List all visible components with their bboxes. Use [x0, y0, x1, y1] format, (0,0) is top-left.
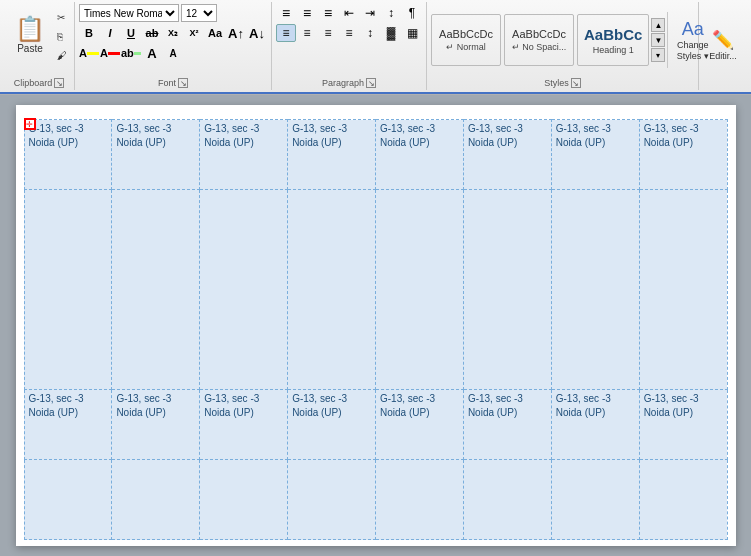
align-left-button[interactable]: ≡ [276, 24, 296, 42]
style-nospace-preview: AaBbCcDc [512, 28, 566, 40]
numbering-button[interactable]: ≡ [297, 4, 317, 22]
table-cell: G-13, sec -3Noida (UP) [376, 390, 464, 460]
table-cell [376, 190, 464, 390]
cell-text: G-13, sec -3Noida (UP) [468, 122, 547, 150]
style-heading1-preview: AaBbCc [584, 26, 642, 43]
table-cell [551, 460, 639, 540]
table-cell: G-13, sec -3Noida (UP) [200, 120, 288, 190]
line-spacing-button[interactable]: ↕ [360, 24, 380, 42]
table-cell [639, 190, 727, 390]
cell-text: G-13, sec -3Noida (UP) [380, 392, 459, 420]
cell-text: G-13, sec -3Noida (UP) [29, 392, 108, 420]
table-cell: G-13, sec -3Noida (UP) [376, 120, 464, 190]
font-size-bigger[interactable]: A [142, 44, 162, 62]
format-painter-button[interactable]: 🖌 [54, 46, 70, 64]
bullets-button[interactable]: ≡ [276, 4, 296, 22]
style-nospace-label: ↵ No Spaci... [512, 42, 567, 52]
justify-button[interactable]: ≡ [339, 24, 359, 42]
table-cell: G-13, sec -3Noida (UP) [112, 390, 200, 460]
shading-button[interactable]: ab [121, 44, 141, 62]
font-color-button[interactable]: A [100, 44, 120, 62]
font-label: Font [158, 78, 176, 88]
style-normal-preview: AaBbCcDc [439, 28, 493, 40]
table-cell [463, 460, 551, 540]
paste-label: Paste [17, 43, 43, 54]
paragraph-group: ≡ ≡ ≡ ⇤ ⇥ ↕ ¶ ≡ ≡ ≡ ≡ ↕ ▓ [272, 2, 427, 90]
styles-scroll-up[interactable]: ▲ [651, 18, 665, 32]
copy-button[interactable]: ⎘ [54, 27, 70, 45]
table-cell [24, 190, 112, 390]
table-row [24, 190, 727, 390]
table-select-icon[interactable]: ✛ [24, 118, 36, 130]
bold-button[interactable]: B [79, 24, 99, 42]
text-highlight-button[interactable]: A [79, 44, 99, 62]
cell-text: G-13, sec -3Noida (UP) [116, 122, 195, 150]
style-normal-label: ↵ Normal [446, 42, 486, 52]
cell-text: G-13, sec -3Noida (UP) [29, 122, 108, 150]
shrink-font-button[interactable]: A↓ [247, 24, 267, 42]
editing-button[interactable]: ✏️ Editir... [703, 17, 743, 73]
italic-button[interactable]: I [100, 24, 120, 42]
paragraph-expand-icon[interactable]: ↘ [366, 78, 376, 88]
clear-format-button[interactable]: Aa [205, 24, 225, 42]
styles-more[interactable]: ▾ [651, 48, 665, 62]
multilevel-button[interactable]: ≡ [318, 4, 338, 22]
style-heading1-button[interactable]: AaBbCc Heading 1 [577, 14, 649, 66]
table-cell [288, 190, 376, 390]
borders-button[interactable]: ▦ [402, 24, 422, 42]
font-expand-icon[interactable]: ↘ [178, 78, 188, 88]
font-size-select[interactable]: 12 [181, 4, 217, 22]
underline-button[interactable]: U [121, 24, 141, 42]
style-normal-button[interactable]: AaBbCcDc ↵ Normal [431, 14, 501, 66]
increase-indent-button[interactable]: ⇥ [360, 4, 380, 22]
clipboard-expand-icon[interactable]: ↘ [54, 78, 64, 88]
styles-scroll-down[interactable]: ▼ [651, 33, 665, 47]
table-cell [200, 460, 288, 540]
cell-text: G-13, sec -3Noida (UP) [380, 122, 459, 150]
table-cell: G-13, sec -3Noida (UP) [24, 390, 112, 460]
table-cell [288, 460, 376, 540]
clipboard-label: Clipboard [14, 78, 53, 88]
table-row: G-13, sec -3Noida (UP) G-13, sec -3Noida… [24, 120, 727, 190]
align-right-button[interactable]: ≡ [318, 24, 338, 42]
ribbon-bottom-accent [0, 92, 751, 94]
table-cell [112, 460, 200, 540]
sort-button[interactable]: ↕ [381, 4, 401, 22]
align-center-button[interactable]: ≡ [297, 24, 317, 42]
table-cell: G-13, sec -3Noida (UP) [551, 120, 639, 190]
document-area[interactable]: ✛ G-13, sec -3Noida (UP) G-13, sec -3Noi… [0, 95, 751, 556]
table-cell [200, 190, 288, 390]
cut-button[interactable]: ✂ [54, 8, 70, 26]
paste-button[interactable]: 📋 Paste [8, 6, 52, 62]
grow-font-button[interactable]: A↑ [226, 24, 246, 42]
table-cell: G-13, sec -3Noida (UP) [288, 390, 376, 460]
cell-text: G-13, sec -3Noida (UP) [116, 392, 195, 420]
page: ✛ G-13, sec -3Noida (UP) G-13, sec -3Noi… [16, 105, 736, 546]
superscript-button[interactable]: X² [184, 24, 204, 42]
editing-label: Editir... [709, 51, 737, 61]
table-cell [376, 460, 464, 540]
table-cell: G-13, sec -3Noida (UP) [24, 120, 112, 190]
cell-text: G-13, sec -3Noida (UP) [292, 392, 371, 420]
strikethrough-button[interactable]: ab [142, 24, 162, 42]
decrease-indent-button[interactable]: ⇤ [339, 4, 359, 22]
cell-text: G-13, sec -3Noida (UP) [204, 392, 283, 420]
show-hide-button[interactable]: ¶ [402, 4, 422, 22]
styles-expand-icon[interactable]: ↘ [571, 78, 581, 88]
font-size-smaller[interactable]: A [163, 44, 183, 62]
table-cell: G-13, sec -3Noida (UP) [200, 390, 288, 460]
font-family-select[interactable]: Times New Roman [79, 4, 179, 22]
cell-text: G-13, sec -3Noida (UP) [204, 122, 283, 150]
table-cell [24, 460, 112, 540]
table-cell: G-13, sec -3Noida (UP) [288, 120, 376, 190]
para-shading-button[interactable]: ▓ [381, 24, 401, 42]
subscript-button[interactable]: X₂ [163, 24, 183, 42]
table-row [24, 460, 727, 540]
style-nospace-button[interactable]: AaBbCcDc ↵ No Spaci... [504, 14, 574, 66]
clipboard-group: 📋 Paste ✂ ⎘ 🖌 Clipboard ↘ [4, 2, 75, 90]
cell-text: G-13, sec -3Noida (UP) [644, 122, 723, 150]
table-cell: G-13, sec -3Noida (UP) [463, 390, 551, 460]
styles-group: AaBbCcDc ↵ Normal AaBbCcDc ↵ No Spaci...… [427, 2, 699, 90]
font-group: Times New Roman 12 B I U ab X₂ X² Aa [75, 2, 272, 90]
table-cell: G-13, sec -3Noida (UP) [551, 390, 639, 460]
